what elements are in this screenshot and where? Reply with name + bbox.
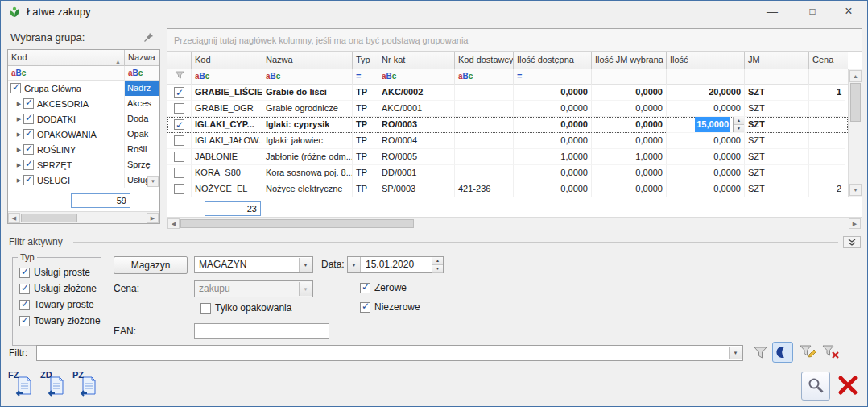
tree-checkbox[interactable]: ✓: [23, 160, 34, 170]
text-filter-icon[interactable]: aBc: [458, 72, 473, 81]
row-checkbox[interactable]: ✓: [174, 119, 184, 130]
expander-icon[interactable]: ▶: [14, 101, 23, 107]
grid-row[interactable]: JABŁONIEJabłonie (różne odm...TPRO/00051…: [167, 149, 848, 165]
filter-cell[interactable]: [592, 69, 667, 85]
date-value[interactable]: 15.01.2020: [361, 257, 432, 272]
checkbox[interactable]: ✓: [19, 284, 30, 294]
filter-cell[interactable]: aBc: [262, 69, 353, 85]
filter-cell[interactable]: aBc: [378, 69, 455, 85]
checkbox[interactable]: ✓: [360, 283, 370, 293]
tree-checkbox[interactable]: ✓: [10, 83, 21, 93]
grid-row[interactable]: NOŻYCE_ELNożyce elektryczneTPSP/0003421-…: [167, 181, 848, 197]
expander-icon[interactable]: ▶: [14, 116, 23, 123]
moon-icon[interactable]: [772, 342, 793, 363]
date-spinner[interactable]: ▲▼: [432, 257, 443, 272]
row-checkbox[interactable]: [174, 152, 184, 162]
checkbox[interactable]: ✓: [360, 302, 370, 313]
scrollbar-thumb[interactable]: [21, 214, 77, 222]
filter-cell[interactable]: =: [514, 69, 592, 85]
calendar-dropdown-icon[interactable]: ▼: [348, 257, 361, 272]
tree-row[interactable]: ▶✓DODATKIDoda: [8, 111, 159, 127]
tree-checkbox[interactable]: ✓: [23, 144, 34, 155]
pin-icon[interactable]: [143, 32, 154, 44]
scroll-right-icon[interactable]: ▶: [849, 218, 861, 229]
scroll-left-icon[interactable]: ◀: [167, 218, 180, 229]
grid-row[interactable]: KORA_S80Kora sosnowa poj. 8...TPDD/00010…: [167, 165, 848, 181]
ean-input[interactable]: [194, 323, 329, 339]
funnel-edit-icon[interactable]: [800, 344, 817, 362]
column-header[interactable]: Kod: [192, 52, 262, 69]
funnel-clear-icon[interactable]: [822, 344, 840, 362]
tree-filter-nazwa[interactable]: aBc: [125, 66, 159, 81]
close-button[interactable]: ×: [833, 1, 865, 23]
maximize-button[interactable]: □: [796, 1, 829, 23]
tree-row[interactable]: ▶✓SPRZĘTSprzę: [8, 157, 159, 172]
tree-row[interactable]: ▶✓USŁUGIUsług: [8, 172, 159, 188]
tree-row[interactable]: ▶✓OPAKOWANIAOpak: [8, 127, 159, 142]
scrollbar-thumb[interactable]: [850, 83, 861, 122]
text-filter-icon[interactable]: aBc: [128, 69, 143, 77]
column-header[interactable]: Typ: [353, 52, 378, 69]
ilosc-edit-value[interactable]: 15,0000: [695, 117, 730, 132]
create-fz-button[interactable]: FZ: [7, 370, 36, 401]
text-filter-icon[interactable]: aBc: [11, 69, 26, 77]
close-window-button[interactable]: [833, 372, 862, 401]
column-header[interactable]: Nr kat: [378, 52, 455, 69]
filter-cell[interactable]: aBc: [455, 69, 514, 85]
column-header[interactable]: Ilość: [667, 52, 745, 69]
typ-checkbox[interactable]: ✓Towary złożone: [19, 315, 101, 326]
row-checkbox[interactable]: [174, 184, 184, 194]
numeric-filter-icon[interactable]: =: [517, 71, 522, 81]
minimize-button[interactable]: —: [756, 1, 788, 23]
checkbox[interactable]: [200, 303, 211, 314]
expander-icon[interactable]: ▶: [14, 147, 23, 153]
collapse-filter-button[interactable]: [843, 236, 861, 248]
filtr-combo[interactable]: ▼: [36, 345, 743, 361]
tree-column-nazwa[interactable]: Nazwa: [125, 50, 159, 66]
filter-cell[interactable]: =: [353, 69, 378, 85]
date-field[interactable]: ▼ 15.01.2020 ▲▼: [347, 256, 444, 273]
tylko-opakowania-checkbox[interactable]: Tylko opakowania: [200, 302, 291, 314]
text-filter-icon[interactable]: aBc: [382, 72, 396, 81]
typ-checkbox[interactable]: ✓Usługi złożone: [19, 283, 101, 294]
niezerowe-checkbox[interactable]: ✓Niezerowe: [360, 301, 420, 313]
funnel-icon[interactable]: [753, 346, 768, 361]
create-pz-button[interactable]: PZ: [72, 370, 101, 401]
column-header[interactable]: Ilość dostępna: [514, 52, 592, 69]
scroll-down-icon[interactable]: ▼: [147, 176, 159, 187]
text-filter-icon[interactable]: aBc: [195, 72, 209, 81]
chevron-down-icon[interactable]: ▼: [729, 347, 742, 359]
scrollbar-thumb[interactable]: [180, 219, 414, 228]
grid-row[interactable]: ✓GRABIE_LIŚCIEGrabie do liściTPAKC/00020…: [167, 85, 848, 101]
grid-row[interactable]: ✓IGLAKI_CYP...Iglaki: cyprysikTPRO/00030…: [167, 117, 848, 133]
grid-row[interactable]: IGLAKI_JAŁOW...Iglaki: jałowiecTPRO/0004…: [167, 133, 848, 149]
scroll-up-icon[interactable]: ▲: [849, 70, 862, 82]
row-checkbox[interactable]: ✓: [174, 87, 184, 98]
zerowe-checkbox[interactable]: ✓Zerowe: [360, 282, 407, 293]
numeric-filter-icon[interactable]: =: [356, 71, 361, 81]
column-header[interactable]: Ilość JM wybrana: [592, 52, 667, 69]
checkbox[interactable]: ✓: [19, 316, 30, 326]
scroll-left-icon[interactable]: ◀: [8, 213, 20, 223]
checkbox[interactable]: ✓: [19, 268, 30, 278]
column-header[interactable]: JM: [745, 52, 809, 69]
title-bar[interactable]: Łatwe zakupy — □ ×: [1, 1, 867, 23]
column-header[interactable]: Cena: [809, 52, 845, 69]
scroll-down-icon[interactable]: ▼: [849, 184, 862, 196]
tree-row[interactable]: ▶✓AKCESORIAAkces: [8, 96, 159, 111]
column-header[interactable]: Kod dostawcy: [455, 52, 514, 69]
checkbox[interactable]: ✓: [19, 300, 30, 310]
tree-column-kod[interactable]: Kod ▲: [8, 50, 125, 66]
filter-cell[interactable]: [745, 69, 809, 85]
tree-checkbox[interactable]: ✓: [23, 129, 34, 139]
typ-checkbox[interactable]: ✓Towary proste: [19, 299, 101, 310]
text-filter-icon[interactable]: aBc: [266, 72, 280, 81]
expander-icon[interactable]: ▶: [14, 162, 23, 168]
typ-checkbox[interactable]: ✓Usługi proste: [19, 267, 101, 278]
create-zd-button[interactable]: ZD: [39, 370, 68, 401]
tree-filter-kod[interactable]: aBc: [8, 66, 125, 81]
find-button[interactable]: [801, 372, 830, 401]
filter-cell[interactable]: [809, 69, 845, 85]
magazyn-select[interactable]: MAGAZYN ▼: [194, 256, 313, 273]
row-checkbox[interactable]: [174, 135, 184, 146]
